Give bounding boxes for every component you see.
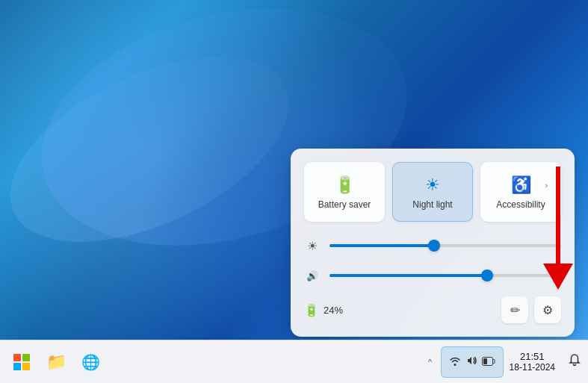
panel-bottom-row: 🔋 24% ✏ ⚙ bbox=[304, 296, 561, 323]
battery-charging-icon: 🔋 bbox=[304, 303, 319, 317]
system-tray-cluster[interactable] bbox=[441, 346, 504, 378]
night-light-tile[interactable]: ☀ Night light bbox=[392, 162, 473, 222]
accessibility-icon: ♿ bbox=[511, 175, 531, 195]
quick-tiles-grid: 🔋 Battery saver ☀ Night light › ♿ Access… bbox=[304, 162, 561, 222]
battery-saver-icon: 🔋 bbox=[335, 175, 355, 195]
clock-date: 18-11-2024 bbox=[510, 362, 555, 373]
night-light-icon: ☀ bbox=[425, 175, 440, 195]
battery-saver-tile[interactable]: 🔋 Battery saver bbox=[304, 162, 385, 222]
battery-percentage: 24% bbox=[324, 305, 343, 316]
taskbar: 📁 🌐 ^ bbox=[0, 340, 588, 383]
battery-taskbar-icon bbox=[482, 355, 495, 368]
windows-logo-icon bbox=[13, 354, 30, 370]
accessibility-label: Accessibility bbox=[496, 199, 545, 210]
quick-settings-panel: 🔋 Battery saver ☀ Night light › ♿ Access… bbox=[291, 149, 575, 337]
chevron-up-icon: ^ bbox=[428, 358, 432, 367]
volume-slider-row: 🔊 bbox=[304, 267, 561, 284]
settings-button[interactable]: ⚙ bbox=[534, 296, 561, 323]
brightness-icon: ☀ bbox=[304, 239, 321, 253]
notification-bell-icon bbox=[569, 354, 581, 370]
accessibility-tile[interactable]: › ♿ Accessibility bbox=[480, 162, 561, 222]
edit-icon: ✏ bbox=[510, 303, 520, 317]
night-light-label: Night light bbox=[412, 199, 452, 210]
svg-rect-4 bbox=[492, 360, 495, 364]
accessibility-chevron-icon: › bbox=[545, 181, 548, 190]
clock-time: 21:51 bbox=[520, 351, 545, 363]
notification-button[interactable] bbox=[561, 346, 588, 378]
start-button[interactable] bbox=[6, 346, 37, 378]
show-hidden-icons-button[interactable]: ^ bbox=[420, 346, 441, 378]
edge-browser-button[interactable]: 🌐 bbox=[75, 346, 106, 378]
file-explorer-button[interactable]: 📁 bbox=[40, 346, 72, 378]
edit-button[interactable]: ✏ bbox=[501, 296, 528, 323]
brightness-slider-container bbox=[329, 237, 561, 255]
file-explorer-icon: 📁 bbox=[46, 352, 66, 372]
svg-rect-5 bbox=[483, 358, 487, 364]
clock-display[interactable]: 21:51 18-11-2024 bbox=[504, 340, 561, 383]
volume-icon: 🔊 bbox=[304, 270, 321, 281]
panel-action-buttons: ✏ ⚙ bbox=[501, 296, 561, 323]
edge-icon: 🌐 bbox=[81, 353, 100, 371]
taskbar-left: 📁 🌐 bbox=[0, 346, 420, 378]
battery-saver-label: Battery saver bbox=[318, 199, 371, 210]
brightness-slider-row: ☀ bbox=[304, 237, 561, 255]
wifi-icon bbox=[449, 355, 461, 369]
volume-taskbar-icon bbox=[465, 355, 477, 369]
settings-gear-icon: ⚙ bbox=[542, 303, 553, 317]
battery-status: 🔋 24% bbox=[304, 303, 343, 317]
volume-slider-container bbox=[329, 267, 561, 284]
